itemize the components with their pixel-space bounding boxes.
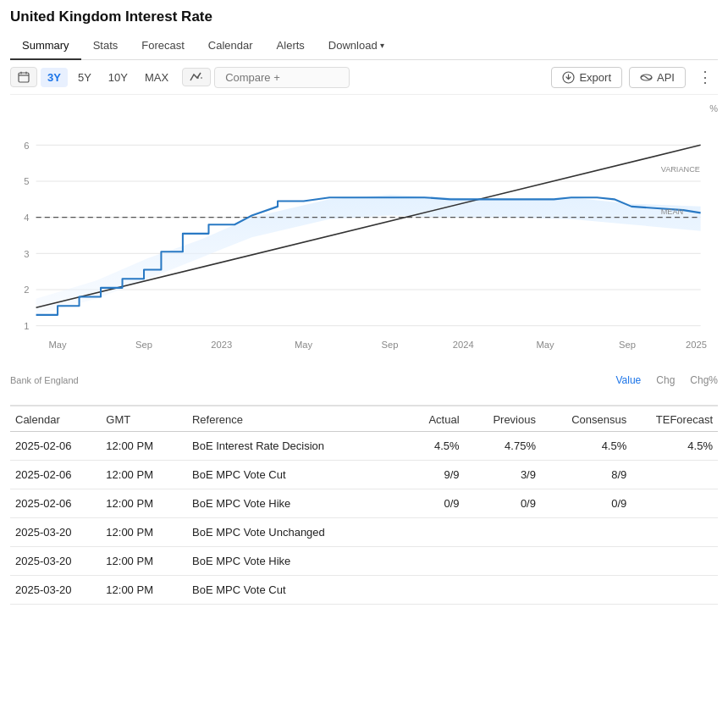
line-icon [190, 72, 203, 82]
tab-summary[interactable]: Summary [10, 32, 81, 60]
cell-actual-5 [398, 576, 465, 605]
cell-consensus-5 [541, 576, 631, 605]
th-teforecast: TEForecast [631, 406, 718, 432]
cell-actual-0: 4.5% [398, 432, 465, 461]
chgpct-label: Chg% [690, 374, 718, 386]
svg-text:3: 3 [24, 248, 29, 258]
export-button[interactable]: Export [551, 67, 622, 88]
cell-calendar-4: 2025-03-20 [10, 547, 101, 576]
cell-previous-0: 4.75% [465, 432, 541, 461]
svg-line-17 [36, 145, 701, 307]
cell-previous-1: 3/9 [465, 461, 541, 489]
cell-gmt-0: 12:00 PM [101, 432, 187, 461]
period-3y[interactable]: 3Y [41, 68, 68, 87]
cell-actual-3 [398, 518, 465, 547]
th-actual: Actual [398, 406, 465, 432]
cell-previous-4 [465, 547, 541, 576]
cell-reference-2: BoE MPC Vote Hike [187, 489, 398, 518]
cell-gmt-1: 12:00 PM [101, 461, 187, 489]
calendar-button[interactable] [10, 67, 37, 87]
value-label[interactable]: Value [615, 374, 641, 386]
table-section: Calendar GMT Reference Actual Previous C… [10, 405, 718, 605]
svg-text:Sep: Sep [382, 340, 399, 350]
cell-reference-3: BoE MPC Vote Unchanged [187, 518, 398, 547]
chart-source: Bank of England [10, 375, 79, 385]
cell-calendar-3: 2025-03-20 [10, 518, 101, 547]
tab-stats[interactable]: Stats [81, 32, 130, 60]
page-wrapper: United Kingdom Interest Rate Summary Sta… [0, 0, 728, 613]
chart-footer-right: Value Chg Chg% [615, 374, 718, 386]
chart-footer: Bank of England Value Chg Chg% [10, 371, 718, 386]
more-options-button[interactable]: ⋮ [692, 66, 718, 88]
tab-download[interactable]: Download [317, 32, 396, 60]
cell-teforecast-3 [631, 518, 718, 547]
cell-gmt-5: 12:00 PM [101, 576, 187, 605]
cell-gmt-2: 12:00 PM [101, 489, 187, 518]
cell-consensus-3 [541, 518, 631, 547]
cell-reference-0: BoE Interest Rate Decision [187, 432, 398, 461]
table-body: 2025-02-0612:00 PMBoE Interest Rate Deci… [10, 432, 718, 605]
table-header-row: Calendar GMT Reference Actual Previous C… [10, 406, 718, 432]
svg-text:2: 2 [24, 285, 29, 295]
svg-text:May: May [48, 340, 66, 350]
svg-rect-0 [19, 73, 29, 82]
tab-alerts[interactable]: Alerts [265, 32, 317, 60]
cell-gmt-4: 12:00 PM [101, 547, 187, 576]
cell-previous-2: 0/9 [465, 489, 541, 518]
cell-calendar-2: 2025-02-06 [10, 489, 101, 518]
period-5y[interactable]: 5Y [71, 68, 98, 87]
cell-teforecast-0: 4.5% [631, 432, 718, 461]
svg-text:MEAN: MEAN [661, 207, 683, 216]
table-row: 2025-03-2012:00 PMBoE MPC Vote Hike [10, 547, 718, 576]
cell-teforecast-5 [631, 576, 718, 605]
table-row: 2025-02-0612:00 PMBoE Interest Rate Deci… [10, 432, 718, 461]
table-row: 2025-02-0612:00 PMBoE MPC Vote Cut9/93/9… [10, 461, 718, 489]
chart-area: % 1 2 3 4 5 6 [10, 100, 718, 388]
svg-text:4: 4 [24, 213, 30, 223]
svg-text:May: May [295, 340, 312, 350]
th-calendar: Calendar [10, 406, 101, 432]
cell-teforecast-4 [631, 547, 718, 576]
table-row: 2025-03-2012:00 PMBoE MPC Vote Unchanged [10, 518, 718, 547]
data-table: Calendar GMT Reference Actual Previous C… [10, 406, 718, 605]
svg-marker-15 [36, 195, 701, 315]
svg-text:2023: 2023 [211, 340, 232, 350]
main-chart: 1 2 3 4 5 6 VARIANCE MEAN May Sep 2023 M… [10, 100, 718, 371]
cell-reference-5: BoE MPC Vote Cut [187, 576, 398, 605]
api-button[interactable]: API [629, 67, 686, 88]
svg-text:VARIANCE: VARIANCE [661, 164, 700, 174]
line-chart-toggle[interactable] [182, 68, 211, 86]
cell-actual-2: 0/9 [398, 489, 465, 518]
cell-consensus-2: 0/9 [541, 489, 631, 518]
cell-previous-3 [465, 518, 541, 547]
tab-calendar[interactable]: Calendar [196, 32, 265, 60]
period-10y[interactable]: 10Y [102, 68, 135, 87]
svg-text:6: 6 [24, 140, 29, 150]
toolbar-right: Export API ⋮ [551, 66, 718, 88]
period-max[interactable]: MAX [138, 68, 175, 87]
calendar-icon [18, 71, 30, 83]
th-consensus: Consensus [541, 406, 631, 432]
cell-gmt-3: 12:00 PM [101, 518, 187, 547]
cell-teforecast-2 [631, 489, 718, 518]
cell-reference-4: BoE MPC Vote Hike [187, 547, 398, 576]
export-icon [562, 71, 575, 84]
svg-text:Sep: Sep [135, 340, 152, 350]
svg-text:Sep: Sep [619, 340, 636, 350]
chg-label: Chg [656, 374, 675, 386]
cell-actual-4 [398, 547, 465, 576]
tab-forecast[interactable]: Forecast [130, 32, 196, 60]
cell-calendar-5: 2025-03-20 [10, 576, 101, 605]
cell-reference-1: BoE MPC Vote Cut [187, 461, 398, 489]
th-reference: Reference [187, 406, 398, 432]
table-row: 2025-03-2012:00 PMBoE MPC Vote Cut [10, 576, 718, 605]
cell-calendar-0: 2025-02-06 [10, 432, 101, 461]
cell-actual-1: 9/9 [398, 461, 465, 489]
compare-input[interactable] [214, 67, 350, 88]
cell-previous-5 [465, 576, 541, 605]
page-title: United Kingdom Interest Rate [10, 8, 718, 25]
svg-text:2024: 2024 [453, 340, 475, 350]
svg-text:1: 1 [24, 321, 29, 331]
cell-consensus-1: 8/9 [541, 461, 631, 489]
svg-text:2025: 2025 [686, 340, 707, 350]
